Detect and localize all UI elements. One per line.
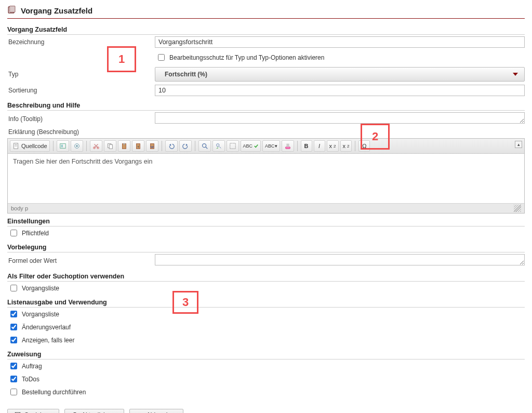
rte-templates-button[interactable]	[57, 140, 69, 152]
checkbox-pflichtfeld[interactable]	[10, 230, 17, 236]
save-button[interactable]: Speichern	[7, 409, 59, 413]
rte-source-button[interactable]: Quellcode	[10, 140, 50, 152]
rte-collapse-toggle[interactable]: ▴	[515, 141, 522, 148]
cancel-button[interactable]: Abbrechen	[129, 409, 183, 413]
rte-undo-button[interactable]	[165, 140, 178, 152]
rte-find-button[interactable]	[198, 140, 211, 152]
svg-point-19	[202, 144, 206, 148]
resize-grip-icon[interactable]	[514, 205, 521, 212]
refresh-button[interactable]: Aktualisieren	[64, 409, 124, 413]
rte-italic-button[interactable]: I	[314, 140, 325, 152]
page-header: Vorgang Zusatzfeld	[7, 5, 525, 19]
rte-bold-button[interactable]: B	[301, 140, 312, 152]
checkbox-bearbeitungsschutz[interactable]	[158, 54, 165, 61]
svg-line-20	[205, 147, 207, 149]
rte-copy-button[interactable]	[104, 140, 116, 152]
rte-cut-button[interactable]	[90, 140, 102, 152]
label-formel: Formel oder Wert	[7, 257, 155, 264]
rte-paste-word-button[interactable]: W	[146, 140, 158, 152]
svg-rect-24	[286, 144, 289, 147]
rte-preview-button[interactable]	[71, 140, 83, 152]
rte-subscript-button[interactable]: x2	[327, 140, 339, 152]
checkbox-verlauf[interactable]	[10, 324, 17, 330]
label-filter-vorgangsliste: Vorgangsliste	[22, 285, 59, 292]
rte-spellcheck-toggle-button[interactable]: ABC▾	[262, 140, 280, 152]
rte-removeformat-button[interactable]	[282, 140, 294, 152]
svg-rect-23	[285, 147, 290, 149]
section-main-title: Vorgang Zusatzfeld	[7, 24, 525, 35]
svg-rect-1	[10, 6, 16, 12]
checkbox-todos[interactable]	[10, 376, 17, 382]
rte-spellcheck-button[interactable]: ABC	[241, 140, 261, 152]
input-info-tooltip[interactable]	[155, 112, 525, 124]
rte-paste-button[interactable]	[118, 140, 130, 152]
svg-rect-22	[230, 143, 235, 149]
document-icon	[12, 142, 20, 150]
label-todos: ToDos	[22, 376, 39, 383]
rte-paste-text-button[interactable]: T	[132, 140, 144, 152]
checkbox-bestellung[interactable]	[10, 389, 17, 395]
label-verlauf: Änderungsverlauf	[22, 324, 71, 331]
checkbox-list-vorgangsliste[interactable]	[10, 311, 17, 317]
rte-superscript-button[interactable]: x2	[340, 140, 352, 152]
page-title: Vorgang Zusatzfeld	[21, 6, 92, 15]
input-bezeichnung[interactable]	[155, 36, 525, 48]
label-typ: Typ	[7, 71, 155, 78]
rte-selectall-button[interactable]	[227, 140, 239, 152]
label-list-vorgangsliste: Vorgangsliste	[22, 311, 59, 318]
rte-element-path[interactable]: body p	[11, 205, 28, 211]
svg-text:W: W	[151, 145, 154, 149]
label-pflichtfeld: Pflichtfeld	[22, 230, 49, 237]
rte-toolbar: Quellcode T W ABC ABC▾ B I x2 x2	[8, 139, 524, 154]
label-info-tooltip: Info (Tooltip)	[7, 115, 155, 123]
section-help-title: Beschreibung und Hilfe	[7, 100, 525, 111]
checkbox-auftrag[interactable]	[10, 363, 17, 369]
section-settings-title: Einstellungen	[7, 216, 525, 227]
label-erklaerung: Erklärung (Beschreibung)	[8, 128, 79, 136]
svg-point-8	[76, 145, 78, 147]
svg-rect-14	[123, 143, 125, 145]
section-default-title: Vorbelegung	[7, 242, 525, 252]
checkbox-anzeigen-leer[interactable]	[10, 337, 17, 343]
rte-specialchar-button[interactable]: Ω	[358, 140, 370, 152]
svg-point-21	[216, 144, 219, 146]
section-filter-title: Als Filter oder Suchoption verwenden	[7, 271, 525, 282]
rte-content-area[interactable]: Tragen Sie hier den Fortschritt des Vorg…	[8, 154, 524, 203]
input-formel[interactable]	[155, 254, 525, 265]
chevron-down-icon	[513, 73, 518, 76]
svg-text:T: T	[137, 145, 139, 149]
rich-text-editor: Quellcode T W ABC ABC▾ B I x2 x2	[7, 138, 525, 214]
label-bestellung: Bestellung durchführen	[22, 389, 86, 396]
label-auftrag: Auftrag	[22, 363, 42, 370]
form-icon	[7, 5, 17, 16]
section-list-title: Listenausgabe und Verwendung	[7, 297, 525, 308]
input-sortierung[interactable]	[155, 85, 525, 96]
rte-status-bar: body p	[8, 203, 524, 213]
section-assign-title: Zuweisung	[7, 349, 525, 359]
select-typ-value: Fortschritt (%)	[165, 71, 207, 78]
action-bar: Speichern Aktualisieren Abbrechen	[7, 405, 525, 413]
checkbox-filter-vorgangsliste[interactable]	[10, 285, 17, 291]
label-bearbeitungsschutz: Bearbeitungsschutz für Typ und Typ-Optio…	[169, 54, 324, 61]
rte-replace-button[interactable]	[212, 140, 225, 152]
rte-redo-button[interactable]	[179, 140, 192, 152]
label-bezeichnung: Bezeichnung	[7, 38, 155, 46]
label-anzeigen-leer: Anzeigen, falls leer	[22, 337, 74, 344]
svg-rect-6	[61, 144, 63, 147]
select-typ[interactable]: Fortschritt (%)	[155, 67, 525, 82]
label-sortierung: Sortierung	[7, 87, 155, 94]
svg-rect-12	[109, 144, 112, 149]
